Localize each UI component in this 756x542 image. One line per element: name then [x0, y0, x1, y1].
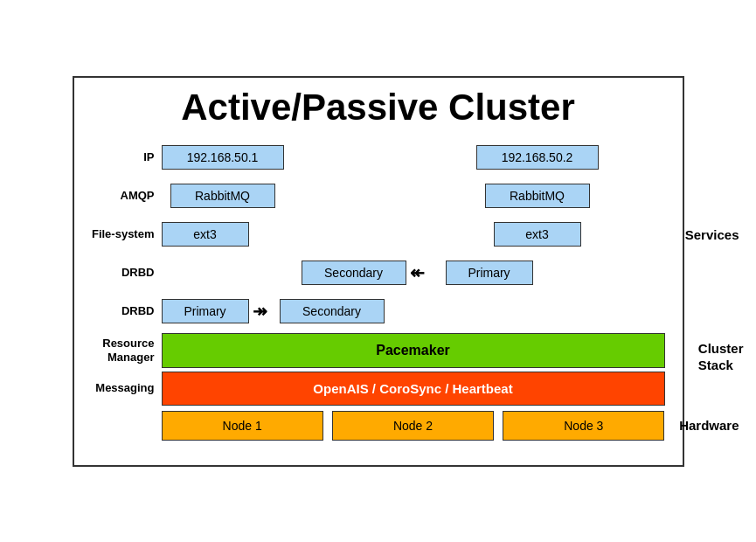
- hardware-label: Hardware: [679, 418, 739, 433]
- hardware-row-content: Node 1 Node 2 Node 3: [162, 411, 665, 441]
- drbd1-primary: Primary: [446, 261, 533, 285]
- node3-box: Node 3: [503, 411, 664, 441]
- diagram-title: Active/Passive Cluster: [92, 87, 665, 129]
- openais-row-content: OpenAIS / CoroSync / Heartbeat: [162, 372, 665, 406]
- arrow-right-icon: ↠: [253, 301, 267, 322]
- node2-box: Node 2: [332, 411, 494, 441]
- filesystem-label: File-system: [92, 227, 162, 241]
- arrow-left-icon: ↞: [410, 262, 425, 283]
- drbd1-secondary: Secondary: [302, 261, 406, 285]
- services-label: Services: [685, 226, 739, 241]
- fs-right: ext3: [494, 222, 581, 247]
- fs-left: ext3: [162, 222, 249, 247]
- amqp-row-content: RabbitMQ RabbitMQ: [162, 184, 665, 208]
- diagram-container: Active/Passive Cluster IP 192.168.50.1 1…: [73, 76, 684, 467]
- cluster-stack-section: ResourceManager Pacemaker Messaging Open…: [92, 333, 665, 406]
- drbd2-label: DRBD: [92, 304, 162, 318]
- ip-row-content: 192.168.50.1 192.168.50.2: [162, 145, 665, 170]
- ip-row: IP 192.168.50.1 192.168.50.2: [92, 141, 665, 174]
- messaging-label: Messaging: [92, 381, 162, 395]
- hardware-row: Node 1 Node 2 Node 3 Hardware: [92, 409, 665, 442]
- drbd2-row-content: Primary ↠ Secondary: [162, 299, 665, 323]
- drbd-row1: DRBD Secondary ↞ Primary: [92, 256, 665, 289]
- cluster-stack-label: ClusterStack: [698, 340, 744, 374]
- drbd2-secondary: Secondary: [280, 299, 385, 323]
- pacemaker-box: Pacemaker: [162, 333, 665, 368]
- amqp-right: RabbitMQ: [485, 184, 590, 208]
- amqp-label: AMQP: [92, 189, 162, 203]
- pacemaker-row: ResourceManager Pacemaker: [92, 333, 665, 368]
- drbd2-primary: Primary: [162, 299, 249, 323]
- drbd1-label: DRBD: [92, 266, 162, 280]
- openais-box: OpenAIS / CoroSync / Heartbeat: [162, 372, 665, 406]
- drbd1-row-content: Secondary ↞ Primary: [162, 261, 665, 285]
- amqp-left: RabbitMQ: [170, 184, 275, 208]
- resource-manager-label: ResourceManager: [92, 337, 162, 364]
- amqp-row: AMQP RabbitMQ RabbitMQ: [92, 179, 665, 212]
- filesystem-row-content: ext3 ext3: [162, 222, 665, 247]
- node1-box: Node 1: [162, 411, 323, 441]
- ip-left: 192.168.50.1: [162, 145, 284, 170]
- ip-label: IP: [92, 150, 162, 164]
- drbd-row2: DRBD Primary ↠ Secondary: [92, 295, 665, 328]
- pacemaker-row-content: Pacemaker: [162, 333, 665, 368]
- openais-row: Messaging OpenAIS / CoroSync / Heartbeat: [92, 372, 665, 406]
- filesystem-row: File-system ext3 ext3 Services: [92, 218, 665, 251]
- ip-right: 192.168.50.2: [476, 145, 599, 170]
